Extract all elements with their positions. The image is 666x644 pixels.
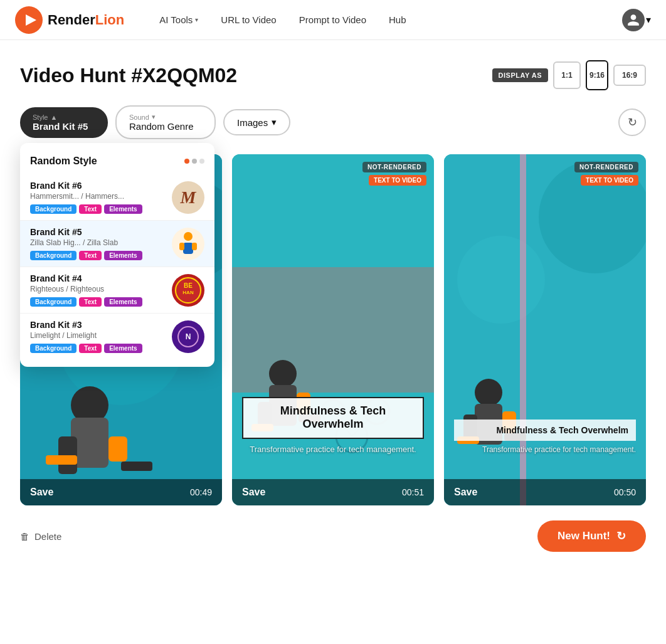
kit-info-5: Brand Kit #5 Zilla Slab Hig... / Zilla S… xyxy=(30,227,164,260)
kit-name: Brand Kit #3 xyxy=(30,320,164,330)
kit-name: Brand Kit #6 xyxy=(30,181,164,191)
svg-point-40 xyxy=(475,379,502,406)
card-title-2: Mindfulness & Tech Overwhelm xyxy=(242,397,424,439)
card-subtitle-2: Transformative practice for tech managem… xyxy=(250,444,416,455)
dot-orange xyxy=(184,159,189,164)
page-title: Video Hunt #X2QQM02 xyxy=(20,64,237,87)
text-to-video-badge: TEXT TO VIDEO xyxy=(369,175,426,186)
kit-item-3[interactable]: Brand Kit #3 Limelight / Limelight Backg… xyxy=(20,314,214,359)
ratio-1-1-button[interactable]: 1:1 xyxy=(553,61,581,89)
kit-fonts: Limelight / Limelight xyxy=(30,331,164,340)
save-button-1[interactable]: Save xyxy=(30,487,53,498)
kit-tags: Background Text Elements xyxy=(30,344,164,353)
tag-background: Background xyxy=(30,297,77,307)
card-overlay-top-3: NOT-RENDERED TEXT TO VIDEO xyxy=(574,162,638,186)
header-row: Video Hunt #X2QQM02 DISPLAY AS 1:1 9:16 … xyxy=(20,60,646,90)
kit-tags: Background Text Elements xyxy=(30,204,164,214)
refresh-button[interactable]: ↻ xyxy=(618,108,646,136)
tag-elements: Elements xyxy=(104,204,142,214)
logo-text: RenderLion xyxy=(48,12,124,28)
kit-avatar-4: BE HAN xyxy=(172,274,204,307)
kit-avatar-6: M xyxy=(172,181,204,214)
not-rendered-badge: NOT-RENDERED xyxy=(362,162,426,172)
svg-rect-20 xyxy=(108,436,127,462)
dropdown-dots xyxy=(184,159,204,164)
tag-text: Text xyxy=(79,344,102,353)
kit-name: Brand Kit #4 xyxy=(30,273,164,283)
tag-text: Text xyxy=(79,251,102,260)
logo[interactable]: RenderLion xyxy=(15,6,124,34)
svg-rect-22 xyxy=(121,462,152,471)
card-content-3: Mindfulness & Tech Overwhelm Transformat… xyxy=(454,420,636,455)
card-duration-1: 00:49 xyxy=(190,487,212,497)
chevron-down-icon: ▾ xyxy=(152,113,156,121)
kit-avatar-3: N xyxy=(172,320,204,353)
display-as-label: DISPLAY AS xyxy=(492,68,548,82)
ratio-16-9-button[interactable]: 16:9 xyxy=(613,65,646,86)
card-inner-3: NOT-RENDERED TEXT TO VIDEO Mindfulness &… xyxy=(444,154,646,505)
svg-rect-4 xyxy=(179,243,184,250)
kit-info-4: Brand Kit #4 Righteous / Righteous Backg… xyxy=(30,273,164,307)
tag-text: Text xyxy=(79,204,102,214)
ratio-9-16-button[interactable]: 9:16 xyxy=(586,60,608,90)
kit-info-6: Brand Kit #6 Hammersmit... / Hammers... … xyxy=(30,181,164,214)
chevron-down-icon: ▾ xyxy=(272,117,277,128)
card-duration-2: 00:51 xyxy=(402,487,424,497)
card-inner-2: NOT-RENDERED TEXT TO VIDEO Mindfulness &… xyxy=(232,154,434,505)
card-title-3: Mindfulness & Tech Overwhelm xyxy=(454,420,636,441)
video-card-2: NOT-RENDERED TEXT TO VIDEO Mindfulness &… xyxy=(232,154,434,505)
tag-text: Text xyxy=(79,297,102,307)
tag-elements: Elements xyxy=(104,251,142,260)
delete-button[interactable]: 🗑 Delete xyxy=(20,531,61,542)
dropdown-header: Random Style xyxy=(20,150,214,174)
tag-elements: Elements xyxy=(104,344,142,353)
svg-rect-5 xyxy=(192,243,197,250)
nav-hub[interactable]: Hub xyxy=(379,9,416,30)
trash-icon: 🗑 xyxy=(20,531,29,542)
kit-fonts: Righteous / Righteous xyxy=(30,285,164,293)
bottom-bar: 🗑 Delete New Hunt! ↻ xyxy=(0,505,666,572)
tag-background: Background xyxy=(30,251,77,260)
nav-ai-tools[interactable]: AI Tools ▾ xyxy=(149,9,208,30)
tag-elements: Elements xyxy=(104,297,142,307)
avatar[interactable] xyxy=(622,9,645,31)
kit-fonts: Hammersmit... / Hammers... xyxy=(30,192,164,201)
user-avatar-wrap[interactable]: ▾ xyxy=(622,9,651,31)
card-footer-2: Save 00:51 xyxy=(232,479,434,505)
card-footer-1: Save 00:49 xyxy=(20,479,222,505)
svg-point-2 xyxy=(184,232,193,241)
card-subtitle-3: Transformative practice for tech managem… xyxy=(454,445,636,455)
kit-avatar-5 xyxy=(172,228,204,260)
kit-tags: Background Text Elements xyxy=(30,297,164,307)
card-duration-3: 00:50 xyxy=(614,487,636,497)
chevron-down-icon: ▾ xyxy=(646,14,651,26)
dot-light xyxy=(199,159,204,164)
card-overlay-top-2: NOT-RENDERED TEXT TO VIDEO xyxy=(362,162,426,186)
style-dropdown: Random Style Brand Kit #6 Hammersmit... … xyxy=(20,143,214,367)
kit-item-5[interactable]: Brand Kit #5 Zilla Slab Hig... / Zilla S… xyxy=(20,221,214,267)
save-button-2[interactable]: Save xyxy=(242,487,265,498)
svg-rect-21 xyxy=(46,455,77,465)
chevron-up-icon: ▲ xyxy=(50,113,57,121)
kit-item-4[interactable]: Brand Kit #4 Righteous / Righteous Backg… xyxy=(20,267,214,314)
svg-point-38 xyxy=(457,236,545,324)
dot-gray xyxy=(192,159,197,164)
save-button-3[interactable]: Save xyxy=(454,487,477,498)
new-hunt-button[interactable]: New Hunt! ↻ xyxy=(537,520,646,552)
nav-prompt-to-video[interactable]: Prompt to Video xyxy=(289,9,376,30)
logo-icon xyxy=(15,6,43,34)
tag-background: Background xyxy=(30,344,77,353)
kit-fonts: Zilla Slab Hig... / Zilla Slab xyxy=(30,238,164,247)
kit-item-6[interactable]: Brand Kit #6 Hammersmit... / Hammers... … xyxy=(20,174,214,221)
images-button[interactable]: Images ▾ xyxy=(223,109,290,135)
sound-button[interactable]: Sound ▾ Random Genre xyxy=(115,105,216,139)
navbar: RenderLion AI Tools ▾ URL to Video Promp… xyxy=(0,0,666,40)
nav-links: AI Tools ▾ URL to Video Prompt to Video … xyxy=(149,9,622,30)
toolbar-row: Style ▲ Brand Kit #5 Sound ▾ Random Genr… xyxy=(20,105,646,139)
svg-text:HAN: HAN xyxy=(182,290,194,295)
card-footer-3: Save 00:50 xyxy=(444,479,646,505)
nav-url-to-video[interactable]: URL to Video xyxy=(211,9,286,30)
style-button[interactable]: Style ▲ Brand Kit #5 xyxy=(20,107,108,138)
video-card-3: NOT-RENDERED TEXT TO VIDEO Mindfulness &… xyxy=(444,154,646,505)
svg-rect-24 xyxy=(232,267,434,393)
